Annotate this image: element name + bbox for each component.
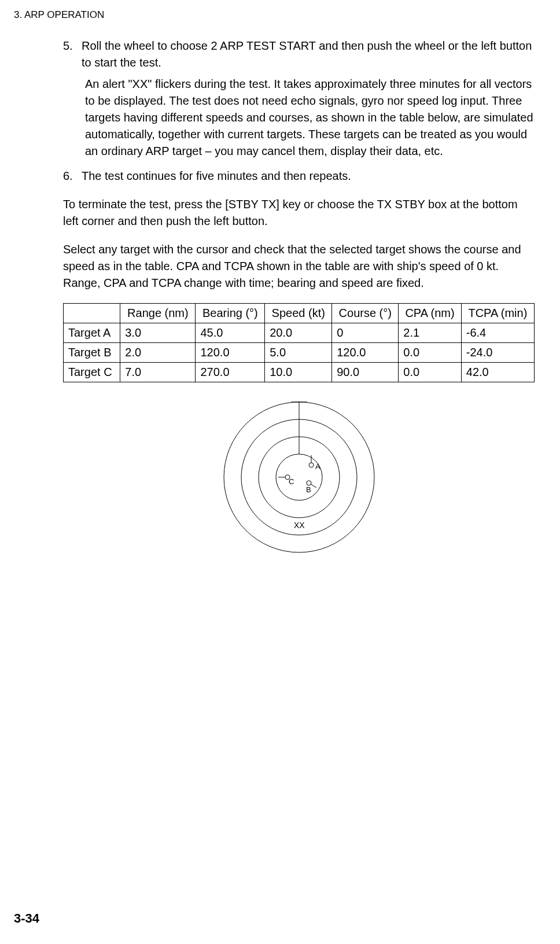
cell: 7.0 [120,362,196,382]
cell: 270.0 [196,362,265,382]
cell: 0.0 [399,362,462,382]
paragraph-2: Select any target with the cursor and ch… [63,241,535,292]
list-number: 6. [63,168,82,185]
list-item-5: 5. Roll the wheel to choose 2 ARP TEST S… [63,38,535,165]
svg-point-8 [307,481,311,485]
target-b-label: B [306,485,311,494]
section-header: 3. ARP OPERATION [14,8,535,23]
cell: Target A [64,323,120,342]
svg-point-6 [309,463,314,467]
th-bearing: Bearing (°) [196,303,265,323]
item5-sub: An alert "XX" flickers during the test. … [82,76,535,160]
table-row: Target A 3.0 45.0 20.0 0 2.1 -6.4 [64,323,535,342]
cell: 3.0 [120,323,196,342]
page-number: 3-34 [14,909,39,928]
cell: -6.4 [461,323,534,342]
list-item-6: 6. The test continues for five minutes a… [63,168,535,185]
cell: 0.0 [399,342,462,362]
cell: 42.0 [461,362,534,382]
cell: 120.0 [332,342,399,362]
cell: 5.0 [265,342,332,362]
list-number: 5. [63,38,82,165]
cell: 2.0 [120,342,196,362]
cell: -24.0 [461,342,534,362]
list-body: Roll the wheel to choose 2 ARP TEST STAR… [82,38,535,165]
item6-text: The test continues for five minutes and … [82,168,535,185]
cell: Target C [64,362,120,382]
th-range: Range (nm) [120,303,196,323]
th-blank [64,303,120,323]
paragraph-1: To terminate the test, press the [STBY T… [63,196,535,230]
target-c-label: C [289,477,294,486]
xx-label: XX [294,521,305,530]
cell: 10.0 [265,362,332,382]
target-table: Range (nm) Bearing (°) Speed (kt) Course… [63,303,535,382]
cell: 2.1 [399,323,462,342]
table-row: Target B 2.0 120.0 5.0 120.0 0.0 -24.0 [64,342,535,362]
radar-diagram: A B C XX [63,396,535,563]
item5-text: Roll the wheel to choose 2 ARP TEST STAR… [82,39,532,69]
cell: 90.0 [332,362,399,382]
cell: 45.0 [196,323,265,342]
cell: 20.0 [265,323,332,342]
table-row: Target C 7.0 270.0 10.0 90.0 0.0 42.0 [64,362,535,382]
main-content: 5. Roll the wheel to choose 2 ARP TEST S… [14,38,535,563]
th-course: Course (°) [332,303,399,323]
cell: 120.0 [196,342,265,362]
cell: Target B [64,342,120,362]
radar-svg: A B C XX [218,396,380,558]
th-speed: Speed (kt) [265,303,332,323]
cell: 0 [332,323,399,342]
th-cpa: CPA (nm) [399,303,462,323]
target-a-label: A [315,462,320,471]
svg-line-9 [311,484,316,488]
table-header-row: Range (nm) Bearing (°) Speed (kt) Course… [64,303,535,323]
th-tcpa: TCPA (min) [461,303,534,323]
